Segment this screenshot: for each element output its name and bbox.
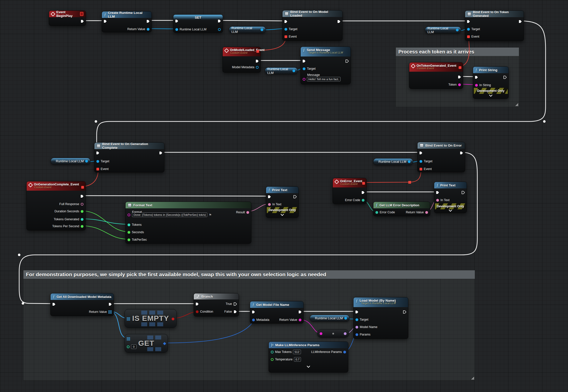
error-code-pin[interactable]: Error Code [345,198,364,202]
node-bind-event-on-generation-complete[interactable]: Bind Event to On Generation Complete Tar… [94,142,164,172]
array-in-pin[interactable] [127,337,130,341]
node-bind-event-on-error[interactable]: Bind Event to On Error Target Event [417,142,465,172]
reroute-node[interactable] [543,120,546,123]
blueprint-canvas[interactable]: Process each token as it arrives For dem… [0,0,568,392]
target-pin[interactable]: Target [467,27,480,31]
delegate-out-pin[interactable] [256,49,259,53]
object-out-pin[interactable] [261,28,263,31]
node-array-get[interactable]: GET 0 [125,334,168,353]
exec-out-pin[interactable] [298,310,302,314]
string-in-pin[interactable] [320,332,322,335]
temperature-pin[interactable]: Temperature 0.7 [271,357,301,361]
message-field[interactable]: Hello! Tell me a fun fact. [307,77,341,81]
delegate-out-pin[interactable] [81,185,84,189]
return-value-pin[interactable]: Return Value [127,27,149,31]
exec-out-pin[interactable] [518,19,522,23]
exec-out-pin[interactable] [146,19,150,23]
object-out-pin[interactable] [85,160,88,163]
exec-in-pin[interactable] [355,310,359,314]
variable-getter-runtime-local-llm[interactable]: Runtime Local LLM [265,67,298,74]
tokens-per-second-pin[interactable]: Tokens Per Second [52,224,83,228]
max-tokens-field[interactable]: 512 [293,350,301,354]
exec-out-pin[interactable] [255,59,259,63]
wire-struct-get-metadata[interactable] [164,321,254,343]
set-output-pin[interactable] [218,27,221,31]
exec-in-pin[interactable] [268,195,271,199]
variable-getter-runtime-local-llm[interactable]: Runtime Local LLM [51,158,90,165]
event-pin[interactable]: Event [420,167,432,171]
exec-out-pin[interactable] [293,195,297,199]
message-pin[interactable]: Hello! Tell me a fun fact. [303,77,341,81]
reroute-node[interactable] [18,254,20,256]
exec-out-pin[interactable] [337,19,341,23]
false-exec-pin[interactable]: False [224,310,237,314]
reroute-node[interactable] [95,120,97,123]
variable-getter-runtime-local-llm[interactable]: Runtime Local LLM [425,27,461,33]
exec-out-pin[interactable] [458,75,461,79]
set-value-pin[interactable]: Runtime Local LLM [175,27,207,31]
target-pin[interactable]: Target [420,159,432,163]
exec-out-pin[interactable] [403,310,407,314]
node-on-generation-complete-event[interactable]: OnGenerationComplete_Event Custom Event … [26,181,86,230]
node-on-model-loaded-event[interactable]: OnModelLoaded_Event Custom Event Model M… [222,47,261,73]
exec-in-pin[interactable] [252,310,255,314]
wire-delegate-ontokengen[interactable] [460,37,469,66]
metadata-pin[interactable]: Metadata [252,318,269,322]
model-metadata-pin[interactable]: Model Metadata [232,65,259,69]
exec-out-pin[interactable] [159,151,163,155]
condition-pin[interactable]: Condition [196,310,213,314]
true-exec-pin[interactable]: True [226,302,237,306]
variable-getter-runtime-local-llm[interactable]: Runtime Local LLM [373,158,413,165]
event-pin[interactable]: Event [284,35,297,39]
expand-chevron-icon[interactable] [448,209,452,212]
exec-in-pin[interactable] [96,151,100,155]
target-pin[interactable]: Target [303,67,316,71]
return-value-pin[interactable]: Return Value [406,210,428,214]
node-print-text[interactable]: ƒ Print Text In Text Development Only [266,186,299,218]
tokens-generated-pin[interactable]: Tokens Generated [54,217,83,221]
node-get-llm-error-description[interactable]: ƒ Get LLM Error Description Error Code R… [373,202,430,216]
expand-chevron-icon[interactable] [306,365,310,368]
node-get-model-file-name[interactable]: ƒ Get Model File Name Metadata Return Va… [250,301,304,324]
max-tokens-pin[interactable]: Max Tokens 512 [271,350,301,354]
format-field[interactable]: Done: {Tokens} tokens in {Seconds}s ({To… [132,213,207,217]
exec-in-pin[interactable] [175,19,179,23]
index-pin[interactable]: 0 [127,345,137,349]
exec-out-pin[interactable] [80,19,84,23]
node-create-runtime-local-llm[interactable]: ƒ Create Runtime Local LLM Return Value [102,11,152,32]
in-text-pin[interactable]: In Text [268,202,282,206]
node-print-string[interactable]: ƒ Print String In String Development Onl… [473,66,509,99]
exec-out-pin[interactable] [80,194,84,198]
exec-in-pin[interactable] [419,151,423,155]
delegate-out-pin[interactable] [362,181,365,185]
expand-chevron-icon[interactable] [489,94,493,97]
node-on-error-event[interactable]: OnError_Event Custom Event Error Code [333,178,367,204]
duration-seconds-pin[interactable]: Duration Seconds [55,209,83,213]
node-send-message[interactable]: ƒ Send Message Target is Runtime Local L… [300,47,351,84]
return-value-pin[interactable]: Return Value [279,318,301,322]
exec-in-pin[interactable] [103,19,107,23]
event-pin[interactable]: Event [96,167,109,171]
exec-out-pin[interactable] [503,75,507,79]
node-print-text[interactable]: ƒ Print Text In Text Development Only [434,182,467,213]
node-make-llminference-params[interactable]: }= Make LLMInference Params Max Tokens 5… [269,341,348,373]
wire-exec-ongencomplete-printtext[interactable] [81,196,269,196]
exec-out-pin[interactable] [217,19,221,23]
in-text-pin[interactable]: In Text [436,198,450,202]
wire-float-tps-tokpersec[interactable] [81,226,129,239]
params-pin[interactable]: Params [355,333,370,336]
object-out-pin[interactable] [292,69,295,72]
target-pin[interactable]: Target [96,159,109,163]
exec-in-pin[interactable] [302,59,306,63]
exec-out-pin[interactable] [108,302,112,306]
tokpersec-pin[interactable]: TokPerSec [128,238,147,242]
node-get-all-downloaded-model-metadata[interactable]: ƒ Get All Downloaded Model Metadata Retu… [50,293,114,316]
exec-in-pin[interactable] [52,302,56,306]
expand-chevron-icon[interactable] [280,214,284,216]
delegate-out-pin[interactable] [459,65,461,69]
exec-in-pin[interactable] [475,75,478,79]
index-field[interactable]: 0 [131,344,137,349]
node-format-text[interactable]: Format Text Format Done: {Tokens} tokens… [125,202,251,244]
token-pin[interactable]: Token [448,83,461,87]
tokens-pin[interactable]: Tokens [128,223,142,227]
